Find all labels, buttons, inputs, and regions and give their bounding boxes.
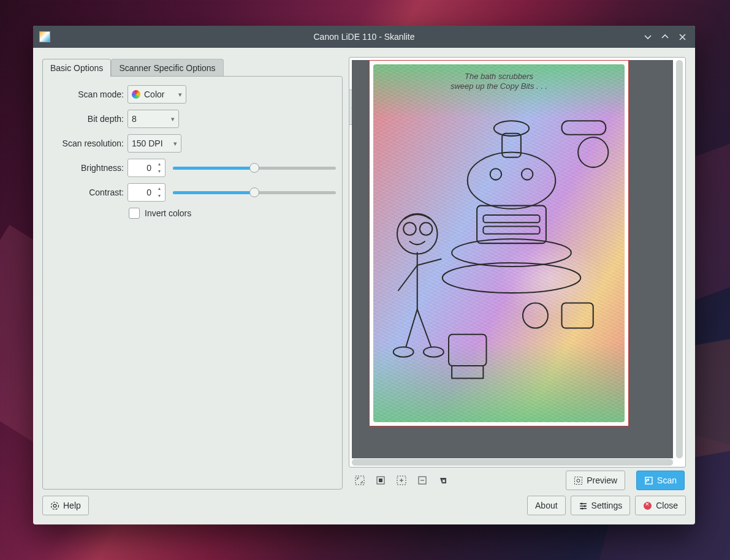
svg-point-10	[397, 214, 438, 254]
spin-buttons[interactable]: ▴▾	[155, 161, 164, 175]
basic-options-pane: Scan mode: Color ▾ Bit depth: 8 ▾	[42, 76, 343, 490]
chevron-down-icon: ▾	[173, 91, 182, 99]
maximize-button[interactable]	[657, 29, 673, 45]
svg-point-6	[490, 168, 501, 180]
svg-point-28	[51, 502, 59, 509]
bit-depth-label: Bit depth:	[49, 114, 127, 124]
svg-rect-25	[575, 477, 582, 484]
spin-buttons[interactable]: ▴▾	[155, 185, 164, 200]
svg-rect-15	[449, 335, 487, 366]
svg-point-7	[522, 168, 533, 180]
tab-basic-options[interactable]: Basic Options	[42, 59, 111, 77]
svg-rect-19	[562, 121, 606, 135]
zoom-out-icon[interactable]	[417, 475, 427, 485]
zoom-original-icon[interactable]	[376, 475, 386, 485]
scan-mode-label: Scan mode:	[49, 89, 127, 99]
window-title: Canon LiDE 110 - Skanlite	[33, 32, 695, 42]
scan-resolution-value: 150 DPI	[132, 138, 163, 148]
svg-rect-20	[355, 476, 364, 485]
settings-button[interactable]: Settings	[571, 496, 631, 515]
scan-resolution-select[interactable]: 150 DPI ▾	[127, 134, 181, 153]
close-icon	[643, 501, 652, 510]
bottom-button-row: Help About Settings Close	[42, 496, 686, 515]
preview-frame: ◂	[349, 57, 686, 467]
close-button-label: Close	[656, 501, 678, 510]
svg-point-5	[443, 263, 581, 293]
svg-rect-2	[483, 215, 539, 222]
bit-depth-select[interactable]: 8 ▾	[127, 110, 179, 128]
help-button-label: Help	[63, 501, 81, 510]
about-button-label: About	[535, 501, 558, 510]
horizontal-scrollbar[interactable]	[352, 459, 673, 466]
svg-rect-8	[502, 134, 521, 157]
settings-icon	[579, 501, 588, 510]
brightness-spinbox[interactable]: ▴▾	[127, 159, 165, 177]
brightness-slider[interactable]	[173, 162, 336, 173]
scan-mode-select[interactable]: Color ▾	[127, 85, 186, 104]
brightness-label: Brightness:	[49, 163, 127, 173]
preview-panel: ◂	[349, 57, 686, 490]
brightness-input[interactable]	[128, 162, 154, 173]
scanned-text: The bath scrubbers sweep up the Copy Bit…	[373, 72, 625, 91]
close-window-button[interactable]	[674, 29, 690, 45]
app-icon	[39, 31, 50, 42]
contrast-spinbox[interactable]: ▴▾	[127, 183, 165, 202]
svg-point-13	[394, 347, 414, 357]
contrast-label: Contrast:	[49, 187, 127, 197]
invert-colors-checkbox[interactable]	[129, 208, 140, 219]
svg-point-26	[577, 479, 580, 482]
options-panel: Basic Options Scanner Specific Options S…	[42, 57, 343, 490]
contrast-slider[interactable]	[173, 187, 336, 198]
drawing-icon	[373, 64, 625, 422]
minimize-button[interactable]	[640, 29, 656, 45]
scan-icon	[644, 476, 653, 485]
settings-button-label: Settings	[591, 501, 623, 510]
scan-button[interactable]: Scan	[636, 471, 685, 490]
help-button[interactable]: Help	[42, 496, 89, 515]
application-window: Canon LiDE 110 - Skanlite Basic Options …	[33, 26, 695, 524]
svg-point-16	[523, 303, 548, 328]
preview-toolbar: Preview Scan	[349, 467, 686, 490]
preview-button-label: Preview	[587, 475, 617, 485]
titlebar[interactable]: Canon LiDE 110 - Skanlite	[33, 26, 695, 48]
contrast-input[interactable]	[128, 187, 154, 198]
scan-selection[interactable]: The bath scrubbers sweep up the Copy Bit…	[369, 60, 629, 426]
zoom-in-icon[interactable]	[397, 475, 406, 485]
tab-scanner-specific[interactable]: Scanner Specific Options	[111, 59, 223, 77]
preview-button[interactable]: Preview	[566, 471, 625, 490]
svg-point-11	[403, 222, 416, 235]
scan-button-label: Scan	[657, 475, 677, 485]
svg-point-12	[420, 222, 433, 235]
scan-bed[interactable]: The bath scrubbers sweep up the Copy Bit…	[352, 60, 673, 458]
chevron-down-icon: ▾	[166, 115, 175, 123]
scan-resolution-label: Scan resolution:	[49, 138, 127, 148]
scanned-image: The bath scrubbers sweep up the Copy Bit…	[373, 64, 625, 422]
scan-mode-value: Color	[144, 89, 164, 99]
clear-selection-icon[interactable]	[438, 475, 448, 485]
svg-rect-1	[477, 206, 546, 244]
bit-depth-value: 8	[132, 114, 137, 124]
close-button[interactable]: Close	[635, 496, 686, 515]
vertical-scrollbar[interactable]	[676, 60, 683, 458]
svg-point-32	[581, 507, 583, 509]
svg-point-31	[584, 505, 585, 507]
about-button[interactable]: About	[527, 496, 566, 515]
svg-point-0	[468, 153, 556, 209]
svg-rect-17	[562, 303, 593, 328]
color-wheel-icon	[132, 90, 140, 99]
preview-icon	[574, 476, 583, 485]
svg-rect-22	[379, 479, 382, 482]
zoom-fit-icon[interactable]	[355, 475, 365, 485]
chevron-down-icon: ▾	[169, 140, 177, 148]
svg-point-30	[580, 502, 582, 504]
svg-point-18	[578, 137, 608, 167]
help-icon	[50, 501, 59, 510]
window-content: Basic Options Scanner Specific Options S…	[33, 48, 695, 524]
svg-point-14	[424, 347, 444, 357]
svg-rect-3	[483, 226, 539, 233]
svg-point-29	[53, 504, 56, 507]
invert-colors-label: Invert colors	[145, 208, 191, 218]
